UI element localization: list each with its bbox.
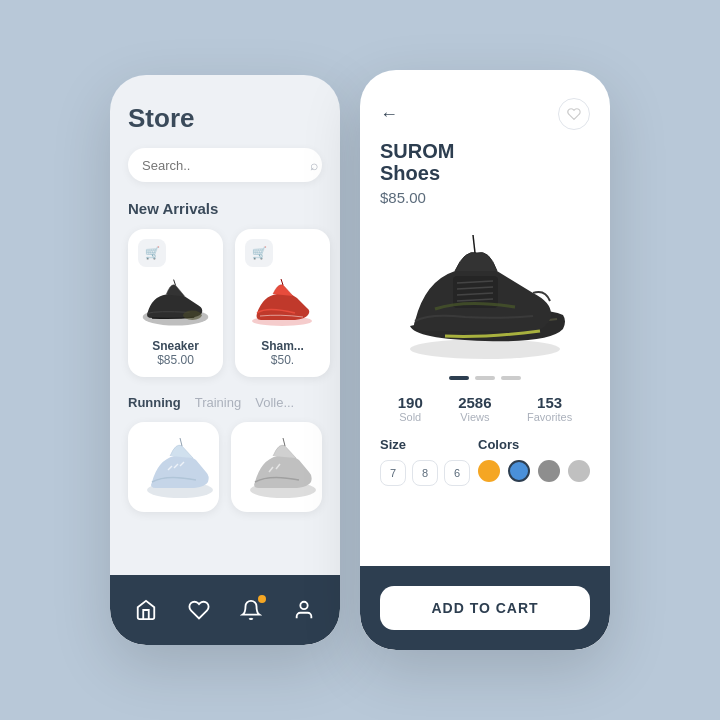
size-btn-8[interactable]: 8 — [412, 460, 438, 486]
cart-icon-2[interactable]: 🛒 — [245, 239, 273, 267]
shoe-detail-image — [380, 216, 590, 366]
size-section: Size 7 8 6 — [380, 437, 470, 486]
color-buttons — [478, 460, 590, 482]
back-button[interactable]: ← — [380, 104, 398, 125]
svg-point-15 — [410, 339, 560, 359]
stat-sold-value: 190 — [398, 394, 423, 411]
product-price-2: $50. — [245, 353, 320, 367]
running-row — [128, 422, 322, 512]
new-arrivals-label: New Arrivals — [128, 200, 322, 217]
size-label: Size — [380, 437, 470, 452]
running-card-2[interactable] — [231, 422, 322, 512]
category-tabs: Running Training Volle... — [128, 395, 322, 410]
size-buttons: 7 8 6 — [380, 460, 470, 486]
svg-line-4 — [281, 279, 283, 285]
detail-price: $85.00 — [380, 189, 590, 206]
add-to-cart-section: ADD TO CART — [360, 566, 610, 650]
stat-fav-value: 153 — [527, 394, 572, 411]
stat-sold-label: Sold — [398, 411, 423, 423]
svg-point-14 — [300, 602, 307, 609]
product-card-sham[interactable]: 🛒 Sham... $50. — [235, 229, 330, 377]
nav-notifications[interactable] — [231, 590, 271, 630]
stats-row: 190 Sold 2586 Views 153 Favorites — [380, 394, 590, 423]
stat-sold: 190 Sold — [398, 394, 423, 423]
svg-point-1 — [183, 310, 202, 319]
product-name-1: Sneaker — [138, 339, 213, 353]
stat-views: 2586 Views — [458, 394, 491, 423]
tab-training[interactable]: Training — [195, 395, 241, 410]
svg-line-2 — [174, 279, 176, 285]
color-section: Colors — [478, 437, 590, 482]
shoe-image-1 — [138, 273, 213, 333]
nav-favorites[interactable] — [179, 590, 219, 630]
tab-volleyball[interactable]: Volle... — [255, 395, 294, 410]
store-content: Store ⌕ New Arrivals 🛒 — [110, 75, 340, 575]
stat-favorites: 153 Favorites — [527, 394, 572, 423]
size-btn-6[interactable]: 6 — [444, 460, 470, 486]
color-btn-orange[interactable] — [478, 460, 500, 482]
product-price-1: $85.00 — [138, 353, 213, 367]
store-title: Store — [128, 103, 322, 134]
cart-icon-1[interactable]: 🛒 — [138, 239, 166, 267]
svg-line-6 — [180, 438, 182, 446]
search-icon: ⌕ — [310, 157, 318, 173]
product-brand: SUROM — [380, 140, 590, 162]
dot-2[interactable] — [475, 376, 495, 380]
stat-fav-label: Favorites — [527, 411, 572, 423]
phone-right: ← SUROM Shoes $85.00 — [360, 70, 610, 650]
add-to-cart-button[interactable]: ADD TO CART — [380, 586, 590, 630]
nav-home[interactable] — [126, 590, 166, 630]
size-btn-7[interactable]: 7 — [380, 460, 406, 486]
new-arrivals-row: 🛒 Sneaker $ — [128, 229, 322, 377]
color-btn-grey[interactable] — [538, 460, 560, 482]
nav-profile[interactable] — [284, 590, 324, 630]
color-btn-lightgrey[interactable] — [568, 460, 590, 482]
stat-views-label: Views — [458, 411, 491, 423]
stat-views-value: 2586 — [458, 394, 491, 411]
phone-left: Store ⌕ New Arrivals 🛒 — [110, 75, 340, 645]
shoe-image-2 — [245, 273, 320, 333]
product-card-sneaker[interactable]: 🛒 Sneaker $ — [128, 229, 223, 377]
colors-label: Colors — [478, 437, 590, 452]
app-container: Store ⌕ New Arrivals 🛒 — [0, 0, 720, 720]
notification-badge — [258, 595, 266, 603]
tab-running[interactable]: Running — [128, 395, 181, 410]
svg-line-11 — [283, 438, 285, 446]
product-type: Shoes — [380, 162, 590, 185]
image-dots — [380, 376, 590, 380]
detail-content: ← SUROM Shoes $85.00 — [360, 70, 610, 566]
product-name-2: Sham... — [245, 339, 320, 353]
dot-1[interactable] — [449, 376, 469, 380]
svg-line-21 — [473, 235, 475, 253]
running-card-1[interactable] — [128, 422, 219, 512]
color-btn-blue[interactable] — [508, 460, 530, 482]
search-input[interactable] — [142, 158, 310, 173]
bottom-nav — [110, 575, 340, 645]
search-bar[interactable]: ⌕ — [128, 148, 322, 182]
detail-header: ← — [380, 98, 590, 130]
options-row: Size 7 8 6 Colors — [380, 437, 590, 486]
dot-3[interactable] — [501, 376, 521, 380]
favorite-button[interactable] — [558, 98, 590, 130]
